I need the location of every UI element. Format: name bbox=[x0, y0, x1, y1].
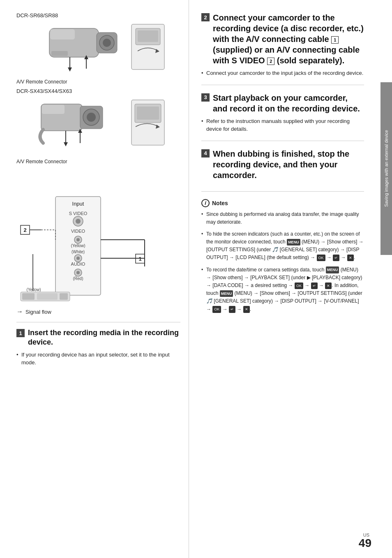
step1-title: Insert the recording media in the record… bbox=[28, 328, 180, 347]
diagram-area: DCR-SR68/SR88 bbox=[16, 12, 180, 367]
svg-point-17 bbox=[87, 113, 96, 122]
svg-text:2: 2 bbox=[23, 227, 26, 233]
step3-title: Start playback on your camcorder, and re… bbox=[213, 93, 364, 114]
svg-point-42 bbox=[76, 257, 80, 260]
page-number: 49 bbox=[359, 537, 371, 550]
x-badge-3: ✕ bbox=[243, 306, 250, 313]
menu-badge-2: MENU bbox=[326, 266, 339, 273]
signal-flow-label: Signal flow bbox=[25, 309, 51, 315]
device1-label: DCR-SR68/SR88 bbox=[16, 12, 180, 19]
notes-section: i Notes Since dubbing is performed via a… bbox=[201, 199, 364, 313]
step2-box1: 1 bbox=[331, 36, 339, 44]
device2-label: DCR-SX43/SX44/SX63 bbox=[16, 88, 180, 94]
svg-text:(Yellow): (Yellow) bbox=[71, 243, 85, 248]
note-item-3: To record the date/time or camera settin… bbox=[201, 266, 364, 313]
connector2-label: A/V Remote Connector bbox=[16, 159, 180, 164]
step2-box2: 2 bbox=[267, 58, 274, 65]
camcorder1-section bbox=[16, 20, 180, 75]
notes-label: Notes bbox=[212, 200, 228, 206]
camcorder2-diagram bbox=[16, 96, 173, 153]
step2-section: 2 Connect your camcorder to the recordin… bbox=[201, 12, 364, 85]
svg-point-3 bbox=[103, 39, 111, 47]
svg-marker-20 bbox=[64, 142, 68, 146]
notes-icon: i bbox=[201, 199, 210, 207]
signal-flow-section: → Signal flow bbox=[16, 308, 180, 315]
back-badge-3: ↵ bbox=[229, 306, 235, 313]
back-badge-2: ↵ bbox=[311, 282, 318, 289]
svg-text:1: 1 bbox=[138, 256, 141, 262]
camcorder2-section bbox=[16, 96, 180, 155]
svg-text:(White): (White) bbox=[71, 250, 85, 254]
step2-title: Connect your camcorder to the recording … bbox=[213, 12, 364, 66]
step3-section: 3 Start playback on your camcorder, and … bbox=[201, 93, 364, 141]
right-column: 2 Connect your camcorder to the recordin… bbox=[189, 0, 380, 558]
svg-text:S VIDEO: S VIDEO bbox=[69, 211, 88, 216]
side-tab: Saving images with an external device bbox=[380, 82, 392, 255]
note-item-2: To hide the screen indicators (such as a… bbox=[201, 230, 364, 262]
left-column: DCR-SR68/SR88 bbox=[0, 0, 189, 558]
step2-number: 2 bbox=[201, 13, 210, 21]
svg-rect-25 bbox=[137, 107, 159, 120]
svg-rect-5 bbox=[51, 51, 68, 56]
svg-rect-57 bbox=[22, 293, 35, 300]
svg-rect-4 bbox=[50, 29, 75, 39]
svg-marker-7 bbox=[68, 67, 72, 72]
page-container: DCR-SR68/SR88 bbox=[0, 0, 392, 558]
svg-text:Input: Input bbox=[72, 201, 84, 207]
step2-header: 2 Connect your camcorder to the recordin… bbox=[201, 12, 364, 66]
step4-title: When dubbing is finished, stop the recor… bbox=[213, 148, 364, 181]
step4-header: 4 When dubbing is finished, stop the rec… bbox=[201, 148, 364, 181]
camcorder1-diagram bbox=[16, 20, 173, 74]
step2-bullet: Connect your camcorder to the input jack… bbox=[201, 69, 364, 77]
svg-point-45 bbox=[76, 271, 80, 274]
svg-rect-18 bbox=[42, 105, 65, 114]
x-badge-2: ✕ bbox=[325, 282, 332, 289]
svg-text:AUDIO: AUDIO bbox=[71, 262, 85, 266]
ok-badge-1: OK bbox=[317, 255, 325, 261]
step1-section-left: 1 Insert the recording media in the reco… bbox=[16, 322, 180, 367]
signal-flow-arrow: → bbox=[16, 308, 23, 315]
step1-bullet: If your recording device has an input se… bbox=[16, 351, 180, 367]
svg-text:VIDEO: VIDEO bbox=[71, 229, 85, 234]
step1-header: 1 Insert the recording media in the reco… bbox=[16, 328, 180, 347]
svg-text:(Yellow): (Yellow) bbox=[26, 287, 41, 292]
menu-badge-3: MENU bbox=[220, 290, 233, 297]
x-badge-1: ✕ bbox=[347, 255, 354, 261]
svg-text:(Red): (Red) bbox=[73, 276, 83, 281]
step3-bullet: Refer to the instruction manuals supplie… bbox=[201, 117, 364, 133]
step4-section: 4 When dubbing is finished, stop the rec… bbox=[201, 148, 364, 192]
side-tab-text: Saving images with an external device bbox=[384, 130, 389, 207]
connection-diagram: 2 1 Input S VIDEO VIDEO (Yellow) bbox=[16, 172, 181, 303]
menu-badge-1: MENU bbox=[287, 239, 300, 245]
back-badge-1: ↵ bbox=[333, 255, 339, 261]
step1-number: 1 bbox=[16, 329, 25, 337]
notes-header: i Notes bbox=[201, 199, 364, 207]
svg-point-35 bbox=[76, 219, 81, 224]
connector1-label: A/V Remote Connector bbox=[16, 79, 180, 85]
step3-header: 3 Start playback on your camcorder, and … bbox=[201, 93, 364, 114]
ok-badge-3: OK bbox=[212, 306, 221, 313]
note-item-1: Since dubbing is performed via analog da… bbox=[201, 211, 364, 226]
svg-rect-58 bbox=[37, 293, 58, 300]
svg-rect-59 bbox=[60, 293, 68, 300]
svg-point-38 bbox=[76, 238, 80, 241]
ok-badge-2: OK bbox=[295, 282, 303, 289]
step4-number: 4 bbox=[201, 149, 210, 157]
step3-number: 3 bbox=[201, 93, 210, 102]
svg-rect-12 bbox=[138, 30, 158, 42]
